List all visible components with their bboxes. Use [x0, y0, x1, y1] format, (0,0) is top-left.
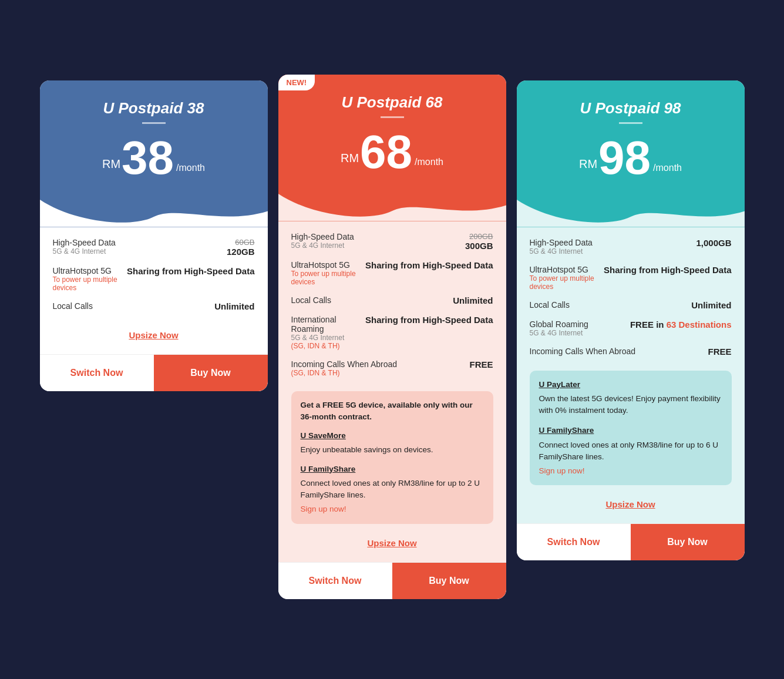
plan-title-divider-68 [381, 116, 404, 118]
free-in-label-98: FREE in [630, 320, 667, 330]
bold-value-calls-68: Unlimited [453, 295, 493, 305]
feature-sub-roaming-68: 5G & 4G Internet [291, 334, 365, 342]
feature-name-hotspot-38: UltraHotspot 5G [53, 266, 127, 275]
new-value-data-68: 300GB [465, 241, 493, 251]
price-month-98: /month [653, 163, 682, 173]
feature-label-data-98: High-Speed Data 5G & 4G Internet [530, 238, 696, 256]
promo-familysharelink-68: U FamilyShare [301, 463, 484, 475]
feature-name-roaming-98: Global Roaming [530, 320, 630, 329]
plan-actions-68: Switch Now Buy Now [278, 562, 506, 599]
feature-row-incoming-68: Incoming Calls When Abroad (SG, IDN & TH… [291, 359, 493, 377]
feature-row-data-98: High-Speed Data 5G & 4G Internet 1,000GB [530, 238, 732, 256]
promo-familyshare-body-68: Connect loved ones at only RM38/line for… [301, 478, 484, 502]
feature-label-calls-68: Local Calls [291, 295, 453, 305]
bold-value-calls-38: Unlimited [214, 301, 254, 311]
plan-actions-38: Switch Now Buy Now [40, 354, 268, 391]
feature-name-incoming-98: Incoming Calls When Abroad [530, 347, 708, 356]
feature-value-incoming-98: FREE [708, 347, 731, 357]
switch-button-98[interactable]: Switch Now [517, 524, 631, 560]
bold-value-incoming-98: FREE [708, 347, 731, 357]
promo-box-98: U PayLater Own the latest 5G devices! En… [530, 371, 732, 486]
promo-savemore-body-68: Enjoy unbeatable savings on devices. [301, 444, 484, 456]
bold-value-roaming-68: Sharing from High-Speed Data [365, 315, 493, 325]
bold-value-data-98: 1,000GB [696, 238, 731, 248]
feature-value-roaming-98: FREE in 63 Destinations [630, 320, 732, 330]
feature-label-incoming-68: Incoming Calls When Abroad (SG, IDN & TH… [291, 359, 470, 377]
feature-label-data-68: High-Speed Data 5G & 4G Internet [291, 232, 465, 250]
feature-value-data-38: 60GB 120GB [227, 238, 255, 257]
promo-signup-68[interactable]: Sign up now! [301, 503, 484, 515]
price-amount-68: 68 [360, 129, 412, 176]
plan-title-98: U Postpaid 98 [531, 99, 731, 117]
feature-value-calls-38: Unlimited [214, 301, 254, 311]
switch-button-68[interactable]: Switch Now [278, 563, 392, 599]
buy-button-68[interactable]: Buy Now [392, 563, 506, 599]
feature-row-hotspot-38: UltraHotspot 5G To power up multiple dev… [53, 266, 255, 292]
buy-button-98[interactable]: Buy Now [631, 524, 745, 560]
feature-row-data-68: High-Speed Data 5G & 4G Internet 200GB 3… [291, 232, 493, 251]
promo-savemore-link-68[interactable]: U SaveMore [301, 431, 346, 440]
upsize-link-68[interactable]: Upsize Now [291, 529, 493, 553]
feature-name-incoming-68: Incoming Calls When Abroad [291, 359, 470, 369]
feature-name-roaming-68: International Roaming [291, 315, 365, 334]
feature-value-calls-98: Unlimited [691, 300, 731, 310]
upsize-link-38[interactable]: Upsize Now [53, 321, 255, 345]
feature-name-data-68: High-Speed Data [291, 232, 465, 241]
feature-label-calls-38: Local Calls [53, 301, 215, 311]
feature-name-calls-98: Local Calls [530, 300, 692, 310]
plan-header-98: U Postpaid 98 RM 98 /month [517, 80, 745, 199]
promo-box-68: Get a FREE 5G device, available only wit… [291, 391, 493, 524]
feature-label-incoming-98: Incoming Calls When Abroad [530, 347, 708, 356]
plan-price-68: RM 68 /month [292, 129, 492, 193]
feature-sub-data-98: 5G & 4G Internet [530, 247, 696, 256]
new-value-data-38: 120GB [227, 247, 255, 257]
plan-card-98: U Postpaid 98 RM 98 /month High-Speed Da… [517, 80, 745, 561]
feature-row-calls-98: Local Calls Unlimited [530, 300, 732, 310]
promo-familyshare-link-68[interactable]: U FamilyShare [301, 465, 356, 473]
promo-paylater-body-98: Own the latest 5G devices! Enjoy payment… [539, 393, 722, 417]
promo-savemorelink-68: U SaveMore [301, 430, 484, 442]
plan-title-68: U Postpaid 68 [292, 93, 492, 112]
wave-divider-38 [40, 199, 268, 227]
price-month-38: /month [176, 163, 205, 173]
plan-body-98: High-Speed Data 5G & 4G Internet 1,000GB… [517, 227, 745, 524]
old-value-data-38: 60GB [227, 238, 255, 247]
switch-button-38[interactable]: Switch Now [40, 355, 154, 391]
feature-sub-data-68: 5G & 4G Internet [291, 241, 465, 250]
price-rm-68: RM [341, 152, 359, 165]
destinations-label-98: 63 Destinations [667, 320, 732, 330]
plan-body-38: High-Speed Data 5G & 4G Internet 60GB 12… [40, 227, 268, 354]
promo-familysharelink-98: U FamilyShare [539, 425, 722, 436]
feature-row-calls-68: Local Calls Unlimited [291, 295, 493, 305]
buy-button-38[interactable]: Buy Now [154, 355, 268, 391]
feature-row-incoming-98: Incoming Calls When Abroad FREE [530, 347, 732, 357]
feature-row-hotspot-98: UltraHotspot 5G To power up multiple dev… [530, 265, 732, 291]
feature-value-data-98: 1,000GB [696, 238, 731, 248]
feature-label-roaming-68: International Roaming 5G & 4G Internet (… [291, 315, 365, 350]
feature-row-roaming-98: Global Roaming 5G & 4G Internet FREE in … [530, 320, 732, 337]
promo-familyshare-link-98[interactable]: U FamilyShare [539, 426, 594, 435]
promo-paylaterlink-98: U PayLater [539, 379, 722, 391]
price-amount-98: 98 [598, 135, 651, 181]
old-value-data-68: 200GB [465, 232, 493, 241]
bold-value-hotspot-98: Sharing from High-Speed Data [604, 265, 732, 275]
promo-paylater-link-98[interactable]: U PayLater [539, 380, 581, 389]
feature-name-data-38: High-Speed Data [53, 238, 227, 247]
feature-sub-roaming-98: 5G & 4G Internet [530, 329, 630, 337]
bold-value-incoming-68: FREE [469, 359, 493, 369]
plan-header-68: U Postpaid 68 RM 68 /month [278, 75, 506, 193]
feature-name-data-98: High-Speed Data [530, 238, 696, 247]
feature-value-calls-68: Unlimited [453, 295, 493, 305]
promo-signup-98[interactable]: Sign up now! [539, 465, 722, 477]
promo-familyshare-body-98: Connect loved ones at only RM38/line for… [539, 439, 722, 463]
plan-title-divider-98 [619, 122, 642, 124]
plan-header-38: U Postpaid 38 RM 38 /month [40, 80, 268, 199]
price-rm-38: RM [102, 157, 120, 171]
bold-value-calls-98: Unlimited [691, 300, 731, 310]
plan-price-38: RM 38 /month [54, 135, 254, 199]
upsize-link-98[interactable]: Upsize Now [530, 490, 732, 514]
feature-name-calls-68: Local Calls [291, 295, 453, 305]
feature-value-hotspot-98: Sharing from High-Speed Data [604, 265, 732, 275]
plan-title-38: U Postpaid 38 [54, 99, 254, 117]
feature-value-hotspot-38: Sharing from High-Speed Data [127, 266, 255, 276]
